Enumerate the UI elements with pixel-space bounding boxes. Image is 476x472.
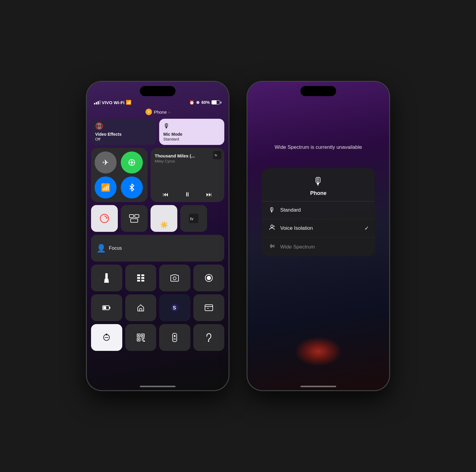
- screen-mirror-tile[interactable]: [121, 205, 148, 232]
- flashlight-tile[interactable]: [91, 265, 122, 291]
- voice-isolation-svg: [268, 224, 275, 231]
- wide-spectrum-label: Wide Spectrum: [280, 244, 369, 250]
- brightness-icon: ☀️: [160, 221, 168, 229]
- svg-point-1: [131, 161, 133, 164]
- wifi-icon: 📶: [126, 100, 131, 105]
- qr-icon: [137, 333, 145, 342]
- music-controls: ⏮ ⏸ ⏭: [155, 191, 220, 198]
- appletv-icon: tv: [214, 153, 220, 157]
- svg-point-52: [271, 225, 273, 227]
- cellular-data-toggle[interactable]: [121, 151, 143, 174]
- mic-option-voice-isolation[interactable]: Voice Isolation ✓: [262, 219, 375, 238]
- svg-rect-21: [141, 280, 144, 282]
- svg-text:tv: tv: [190, 216, 193, 221]
- voice-isolation-checkmark: ✓: [364, 225, 369, 232]
- focus-tile[interactable]: 👤 Focus: [91, 235, 224, 262]
- mic-mode-title: Mic Mode: [163, 132, 220, 137]
- svg-point-8: [100, 214, 109, 223]
- airplane-mode-toggle[interactable]: ✈: [95, 151, 117, 174]
- bluetooth-toggle[interactable]: [121, 176, 143, 199]
- svg-rect-9: [129, 215, 134, 218]
- camera-tile[interactable]: [159, 265, 190, 291]
- music-app-icon: tv: [213, 151, 221, 159]
- mic-panel-title: Phone: [310, 190, 326, 196]
- svg-rect-28: [140, 309, 142, 311]
- utility-row-2: S: [91, 294, 224, 321]
- svg-text:S: S: [173, 305, 176, 310]
- music-player-tile[interactable]: tv Thousand Miles (... Miley Cyrus ⏮ ⏸ ⏭: [151, 148, 224, 202]
- unavailable-text: Wide Spectrum is currently unavailable: [275, 144, 362, 150]
- svg-rect-17: [141, 274, 144, 276]
- svg-point-24: [207, 276, 211, 280]
- accessibility-icon: [102, 333, 111, 342]
- appletv-remote-tile[interactable]: tv: [180, 205, 207, 232]
- bluetooth-icon: [129, 183, 135, 192]
- svg-rect-11: [131, 219, 138, 222]
- focus-person-icon: 👤: [96, 244, 106, 253]
- wallet-tile[interactable]: [193, 294, 225, 321]
- wifi-toggle[interactable]: 📶: [95, 176, 117, 199]
- screen-mirror-icon: [129, 214, 139, 223]
- accessibility-tile[interactable]: [91, 324, 122, 351]
- mic-option-wide-spectrum[interactable]: Wide Spectrum: [262, 238, 375, 256]
- signal-bar-4: [99, 100, 101, 104]
- utility-row-3: [91, 324, 224, 351]
- battery-tile[interactable]: [91, 294, 122, 321]
- appletv-tile-icon: tv: [189, 214, 198, 223]
- location-icon: ⊕: [196, 100, 200, 105]
- alarm-icon: ⏰: [189, 100, 194, 105]
- battery-fill: [212, 101, 217, 104]
- screen-record-tile[interactable]: [193, 265, 225, 291]
- focus-label: Focus: [109, 246, 122, 251]
- svg-rect-16: [137, 274, 140, 276]
- home-bar: [140, 386, 176, 387]
- music-info: Thousand Miles (... Miley Cyrus: [155, 152, 220, 163]
- utility-row-1: [91, 265, 224, 291]
- mic-mode-background: Wide Spectrum is currently unavailable 🎙…: [248, 82, 389, 390]
- quick-toggles-panel: ✈ 📶: [91, 148, 148, 202]
- voice-isolation-icon: [268, 224, 276, 233]
- control-center-background: VIVO Wi-Fi 📶 ⏰ ⊕ 60% 🎙: [87, 82, 228, 390]
- activity-chevron: ›: [169, 110, 170, 114]
- hearing-tile[interactable]: [193, 324, 225, 351]
- right-phone: Wide Spectrum is currently unavailable 🎙…: [247, 81, 390, 391]
- hearing-icon: [206, 333, 212, 342]
- music-rewind-button[interactable]: ⏮: [163, 191, 169, 198]
- wide-spectrum-icon: [268, 243, 276, 251]
- voice-isolation-label: Voice Isolation: [280, 225, 360, 231]
- activity-bar[interactable]: 🎙 Phone ›: [87, 107, 228, 119]
- music-forward-button[interactable]: ⏭: [206, 191, 212, 198]
- svg-rect-19: [141, 277, 144, 279]
- shazam-tile[interactable]: S: [159, 294, 190, 321]
- camera-icon: [170, 274, 179, 282]
- wallet-icon: [205, 304, 213, 311]
- screen-lock-tile[interactable]: [91, 205, 118, 232]
- battery-percent-label: 60%: [201, 100, 210, 105]
- left-phone-screen: VIVO Wi-Fi 📶 ⏰ ⊕ 60% 🎙: [87, 82, 228, 390]
- mic-option-standard[interactable]: 🎙 Standard: [262, 201, 375, 219]
- svg-rect-40: [138, 335, 139, 336]
- control-grid: 📵 Video Effects Off 🎙 Mic Mode Standard …: [87, 119, 228, 351]
- svg-rect-46: [144, 340, 145, 342]
- video-effects-title: Video Effects: [95, 132, 152, 137]
- qr-scanner-tile[interactable]: [125, 324, 156, 351]
- video-effects-sublabel: Off: [95, 137, 152, 141]
- home-bar-right: [300, 386, 336, 387]
- battery-tip: [220, 101, 221, 104]
- calculator-tile[interactable]: [125, 265, 156, 291]
- video-effects-tile[interactable]: 📵 Video Effects Off: [91, 119, 156, 145]
- cellular-icon: [128, 158, 136, 167]
- svg-point-22: [173, 277, 176, 280]
- tv-remote-tile[interactable]: [159, 324, 190, 351]
- brightness-tile[interactable]: ☀️: [151, 205, 177, 232]
- mic-mode-panel: 🎙 Phone 🎙 Standard Voice Is: [262, 168, 375, 256]
- home-tile[interactable]: [125, 294, 156, 321]
- shazam-icon: S: [170, 304, 179, 312]
- mic-mode-tile[interactable]: 🎙 Mic Mode Standard: [159, 119, 224, 145]
- wide-spectrum-svg: [268, 243, 275, 250]
- battery-icon: [102, 305, 111, 310]
- music-pause-button[interactable]: ⏸: [184, 191, 190, 198]
- screen-lock-icon: [99, 213, 110, 224]
- video-effects-icon: 📵: [95, 122, 152, 130]
- mic-panel-header: 🎙 Phone: [262, 168, 375, 201]
